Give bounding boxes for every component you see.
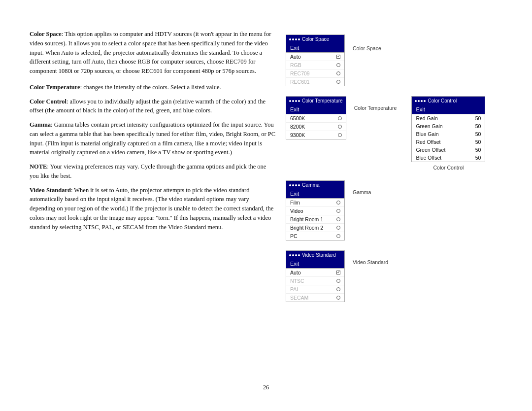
gamma-bright-room-1[interactable]: Bright Room 1 xyxy=(286,215,344,224)
secam-radio xyxy=(336,296,340,300)
gamma-header: Gamma xyxy=(286,181,344,189)
vs-auto[interactable]: Auto xyxy=(286,269,344,277)
dot-3 xyxy=(295,38,297,40)
color-control-panel-wrapper: Color Control Exit Red Gain 50 Green Gai… xyxy=(411,96,485,171)
color-temp-label: Color Temperature xyxy=(354,105,397,111)
color-space-rec709[interactable]: REC709 xyxy=(286,69,344,78)
color-space-header: Color Space xyxy=(286,35,344,43)
rgb-radio xyxy=(336,63,340,67)
film-radio xyxy=(336,201,340,205)
gamma-row: Gamma Exit Film Video Bright Room 1 xyxy=(286,180,502,240)
auto-vs-checkbox xyxy=(336,271,340,274)
vs-dots xyxy=(289,254,300,256)
video-std-exit[interactable]: Exit xyxy=(286,259,344,269)
video-std-label: Video Standard xyxy=(353,259,388,265)
color-space-auto[interactable]: Auto xyxy=(286,53,344,61)
dot-2 xyxy=(418,100,420,102)
blue-offset-row[interactable]: Blue Offset 50 xyxy=(412,154,485,162)
rec709-radio xyxy=(336,71,340,75)
gamma-title: Gamma xyxy=(302,182,320,188)
color-control-bottom-label: Color Control xyxy=(411,165,485,171)
dot-4 xyxy=(298,254,300,256)
color-space-exit[interactable]: Exit xyxy=(286,43,344,53)
dot-1 xyxy=(289,184,291,186)
header-dots xyxy=(289,38,300,40)
red-offset-row[interactable]: Red Offset 50 xyxy=(412,138,485,146)
video-std-row: Video Standard Exit Auto NTSC PAL xyxy=(286,250,502,302)
color-temp-panel: Color Temperature Exit 6500K 8200K 930 xyxy=(286,96,346,139)
dot-1 xyxy=(289,254,291,256)
panels-area: Color Space Exit Auto RGB REC709 xyxy=(286,30,502,380)
dot-3 xyxy=(295,254,297,256)
gamma-label: Gamma xyxy=(353,189,371,195)
temp-8200k[interactable]: 8200K xyxy=(286,123,346,131)
ntsc-radio xyxy=(336,279,340,283)
color-space-rec601[interactable]: REC601 xyxy=(286,78,344,86)
vs-pal[interactable]: PAL xyxy=(286,285,344,294)
gamma-bright-room-2[interactable]: Bright Room 2 xyxy=(286,224,344,232)
dot-4 xyxy=(298,38,300,40)
red-gain-row[interactable]: Red Gain 50 xyxy=(412,114,485,122)
gamma-dots xyxy=(289,184,300,186)
dot-2 xyxy=(292,38,294,40)
temp-9300k[interactable]: 9300K xyxy=(286,131,346,139)
dot-3 xyxy=(421,100,423,102)
auto-checkbox xyxy=(336,55,340,59)
gamma-pc[interactable]: PC xyxy=(286,232,344,240)
dot-2 xyxy=(292,184,294,186)
green-gain-row[interactable]: Green Gain 50 xyxy=(412,122,485,130)
temp-dots xyxy=(289,100,300,102)
video-std-panel: Video Standard Exit Auto NTSC PAL xyxy=(286,250,345,302)
gamma-film[interactable]: Film xyxy=(286,199,344,207)
9300k-radio xyxy=(338,133,342,137)
bright-room-1-radio xyxy=(336,217,340,221)
rec601-radio xyxy=(336,80,340,84)
color-space-heading: Color Space xyxy=(30,31,62,37)
color-control-heading: Color Control xyxy=(30,98,66,105)
video-std-heading: Video Standard xyxy=(30,187,71,194)
video-radio xyxy=(336,209,340,213)
vs-ntsc[interactable]: NTSC xyxy=(286,277,344,285)
gamma-exit[interactable]: Exit xyxy=(286,189,344,199)
vs-secam[interactable]: SECAM xyxy=(286,294,344,302)
gamma-heading: Gamma xyxy=(30,121,51,128)
note-heading: NOTE xyxy=(30,163,47,170)
dot-4 xyxy=(298,184,300,186)
color-control-header: Color Control xyxy=(412,97,485,105)
color-space-panel-wrapper: Color Space Exit Auto RGB REC709 xyxy=(286,34,345,86)
color-space-row: Color Space Exit Auto RGB REC709 xyxy=(286,34,502,86)
color-temp-heading: Color Temperature xyxy=(30,84,80,91)
color-control-exit[interactable]: Exit xyxy=(412,105,485,114)
pal-radio xyxy=(336,287,340,291)
dot-1 xyxy=(415,100,417,102)
color-space-title: Color Space xyxy=(302,36,329,42)
blue-gain-row[interactable]: Blue Gain 50 xyxy=(412,130,485,138)
cc-dots xyxy=(415,100,426,102)
color-control-panel: Color Control Exit Red Gain 50 Green Gai… xyxy=(411,96,485,162)
color-temp-exit[interactable]: Exit xyxy=(286,105,346,114)
color-temp-title: Color Temperature xyxy=(302,98,343,103)
page-number: 26 xyxy=(30,380,502,391)
color-space-rgb[interactable]: RGB xyxy=(286,61,344,69)
temp-6500k[interactable]: 6500K xyxy=(286,114,346,123)
color-temp-body: : changes the intensity of the colors. S… xyxy=(80,84,221,91)
gamma-video[interactable]: Video xyxy=(286,207,344,215)
temp-control-row: Color Temperature Exit 6500K 8200K 930 xyxy=(286,96,502,171)
color-space-panel: Color Space Exit Auto RGB REC709 xyxy=(286,34,345,86)
pc-radio xyxy=(336,234,340,238)
video-std-header: Video Standard xyxy=(286,251,344,259)
dot-4 xyxy=(298,100,300,102)
note-body: : Your viewing preferences may vary. Cyc… xyxy=(30,163,266,179)
color-temp-panel-wrapper: Color Temperature Exit 6500K 8200K 930 xyxy=(286,96,346,139)
dot-3 xyxy=(295,184,297,186)
6500k-radio xyxy=(338,116,342,120)
dot-2 xyxy=(292,100,294,102)
color-space-label: Color Space xyxy=(353,45,381,51)
green-offset-row[interactable]: Green Offset 50 xyxy=(412,146,485,154)
dot-3 xyxy=(295,100,297,102)
dot-2 xyxy=(292,254,294,256)
8200k-radio xyxy=(338,125,342,129)
main-text: Color Space: This option applies to comp… xyxy=(30,30,276,380)
dot-4 xyxy=(424,100,426,102)
video-std-panel-wrapper: Video Standard Exit Auto NTSC PAL xyxy=(286,250,345,302)
